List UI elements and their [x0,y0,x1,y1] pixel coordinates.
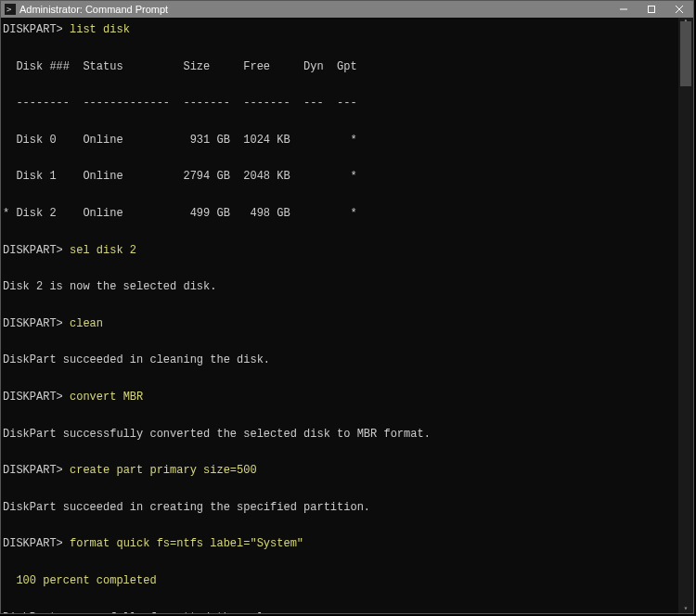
app-icon: > [5,4,16,15]
prompt: DISKPART> [3,317,70,330]
prompt: DISKPART> [3,537,70,550]
progress-line: 100 percent completed [3,572,691,591]
svg-rect-3 [649,6,655,13]
prompt: DISKPART> [3,464,70,477]
maximize-button[interactable] [638,1,665,18]
prompt: DISKPART> [3,391,70,404]
output-line: DiskPart succeeded in cleaning the disk. [3,352,691,370]
output-line: Disk ### Status Size Free Dyn Gpt [3,58,691,77]
scrollbar[interactable]: ▴ ▾ [678,18,693,613]
command: format quick fs=ntfs label="System" [70,537,303,550]
output-line: -------- ------------- ------- ------- -… [3,95,691,113]
command: convert MBR [70,391,143,404]
command: create part primary size=500 [70,464,257,477]
output-line: * Disk 2 Online 499 GB 498 GB * [3,205,691,224]
prompt: DISKPART> [3,23,70,36]
titlebar[interactable]: > Administrator: Command Prompt [1,1,693,18]
terminal-output[interactable]: DISKPART> list disk Disk ### Status Size… [1,18,693,613]
output-line: DiskPart successfully formatted the volu… [3,610,691,614]
titlebar-title: Administrator: Command Prompt [19,4,168,15]
minimize-button[interactable] [610,1,638,18]
scroll-thumb[interactable] [680,21,691,86]
output-line: DiskPart successfully converted the sele… [3,426,691,444]
output-line: Disk 2 is now the selected disk. [3,278,691,297]
command: clean [70,317,103,330]
command-prompt-window: > Administrator: Command Prompt DISKPART… [0,0,694,614]
prompt: DISKPART> [3,244,70,257]
svg-text:>: > [6,5,12,14]
output-line: Disk 0 Online 931 GB 1024 KB * [3,132,691,150]
scroll-down-icon[interactable]: ▾ [678,602,693,613]
command: list disk [70,23,130,36]
output-line: DiskPart succeeded in creating the speci… [3,499,691,518]
command: sel disk 2 [70,244,136,257]
output-line: Disk 1 Online 2794 GB 2048 KB * [3,168,691,186]
